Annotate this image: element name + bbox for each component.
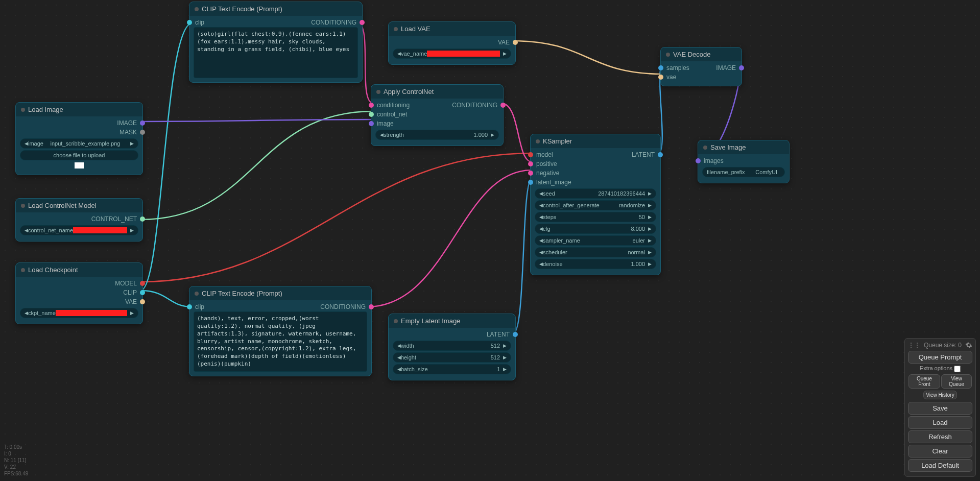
- prev-icon[interactable]: ◀: [539, 191, 543, 196]
- node-clip-text-encode-negative[interactable]: CLIP Text Encode (Prompt) clipCONDITIONI…: [189, 286, 372, 376]
- port-latent-in[interactable]: [528, 180, 533, 185]
- collapse-icon[interactable]: [536, 139, 540, 143]
- next-icon[interactable]: ▶: [503, 343, 507, 348]
- next-icon[interactable]: ▶: [503, 51, 507, 56]
- port-negative-in[interactable]: [528, 171, 533, 176]
- height-widget[interactable]: ◀height512▶: [393, 352, 511, 363]
- node-header[interactable]: Save Image: [698, 140, 789, 154]
- prompt-textarea[interactable]: (solo)girl(flat chest:0.9),(fennec ears:…: [194, 27, 358, 78]
- port-mask-out[interactable]: [140, 130, 145, 135]
- batch-size-widget[interactable]: ◀batch_size1▶: [393, 364, 511, 374]
- port-controlnet-in[interactable]: [369, 112, 374, 117]
- collapse-icon[interactable]: [21, 268, 25, 272]
- next-icon[interactable]: ▶: [130, 310, 134, 316]
- prev-icon[interactable]: ◀: [539, 203, 543, 208]
- port-latent-out[interactable]: [658, 152, 663, 157]
- view-history-button[interactable]: View History: [923, 391, 957, 399]
- port-vae-in[interactable]: [658, 75, 663, 80]
- steps-widget[interactable]: ◀steps50▶: [535, 212, 656, 222]
- node-load-vae[interactable]: Load VAE VAE ◀vae_name▶: [388, 21, 516, 65]
- sampler-name-widget[interactable]: ◀sampler_nameeuler▶: [535, 235, 656, 246]
- next-icon[interactable]: ▶: [648, 261, 652, 267]
- port-latent-out[interactable]: [513, 332, 518, 337]
- node-header[interactable]: KSampler: [531, 134, 660, 148]
- control-after-generate-widget[interactable]: ◀control_after_generaterandomize▶: [535, 200, 656, 210]
- port-clip-in[interactable]: [187, 20, 192, 25]
- port-clip-in[interactable]: [187, 304, 192, 309]
- drag-handle-icon[interactable]: ⋮⋮: [908, 342, 920, 349]
- node-vae-decode[interactable]: VAE Decode samplesIMAGE vae: [660, 47, 742, 86]
- node-load-checkpoint[interactable]: Load Checkpoint MODEL CLIP VAE ◀ckpt_nam…: [15, 262, 143, 324]
- node-load-image[interactable]: Load Image IMAGE MASK ◀imageinput_scribb…: [15, 102, 143, 175]
- port-model-out[interactable]: [140, 281, 145, 286]
- vae-name-select[interactable]: ◀vae_name▶: [393, 49, 511, 59]
- prompt-textarea[interactable]: (hands), text, error, cropped,(worst qua…: [194, 311, 367, 372]
- port-image-in[interactable]: [369, 121, 374, 126]
- node-header[interactable]: VAE Decode: [661, 47, 742, 61]
- extra-options-checkbox[interactable]: [954, 366, 961, 372]
- node-header[interactable]: Empty Latent Image: [389, 314, 515, 328]
- prev-icon[interactable]: ◀: [397, 355, 401, 360]
- next-icon[interactable]: ▶: [503, 367, 507, 372]
- scheduler-widget[interactable]: ◀schedulernormal▶: [535, 247, 656, 257]
- collapse-icon[interactable]: [376, 90, 380, 94]
- prev-icon[interactable]: ◀: [539, 261, 543, 267]
- next-icon[interactable]: ▶: [130, 228, 134, 233]
- node-header[interactable]: Load ControlNet Model: [16, 199, 142, 212]
- control-panel[interactable]: ⋮⋮ Queue size: 0 Queue Prompt Extra opti…: [904, 338, 976, 477]
- queue-prompt-button[interactable]: Queue Prompt: [908, 351, 972, 364]
- node-header[interactable]: Load Image: [16, 103, 142, 116]
- node-save-image[interactable]: Save Image images filename_prefixComfyUI: [698, 140, 790, 183]
- collapse-icon[interactable]: [666, 53, 670, 57]
- next-icon[interactable]: ▶: [648, 214, 652, 220]
- ckpt-name-select[interactable]: ◀ckpt_name▶: [20, 308, 138, 318]
- port-images-in[interactable]: [696, 158, 701, 163]
- node-header[interactable]: CLIP Text Encode (Prompt): [189, 2, 362, 16]
- collapse-icon[interactable]: [394, 319, 398, 323]
- next-icon[interactable]: ▶: [648, 191, 652, 196]
- collapse-icon[interactable]: [195, 7, 199, 11]
- next-icon[interactable]: ▶: [648, 250, 652, 255]
- prev-icon[interactable]: ◀: [397, 343, 401, 348]
- port-conditioning-out[interactable]: [360, 20, 365, 25]
- port-samples-in[interactable]: [658, 65, 663, 70]
- node-clip-text-encode-positive[interactable]: CLIP Text Encode (Prompt) clipCONDITIONI…: [189, 2, 363, 83]
- next-icon[interactable]: ▶: [648, 203, 652, 208]
- node-ksampler[interactable]: KSampler modelLATENT positive negative l…: [530, 134, 661, 275]
- next-icon[interactable]: ▶: [491, 132, 494, 137]
- prev-icon[interactable]: ◀: [397, 367, 401, 372]
- upload-button[interactable]: choose file to upload: [20, 150, 138, 160]
- port-model-in[interactable]: [528, 152, 533, 157]
- prev-icon[interactable]: ◀: [539, 250, 543, 255]
- prev-icon[interactable]: ◀: [25, 141, 28, 146]
- collapse-icon[interactable]: [703, 146, 707, 150]
- node-apply-controlnet[interactable]: Apply ControlNet conditioningCONDITIONIN…: [371, 84, 504, 146]
- next-icon[interactable]: ▶: [130, 141, 134, 146]
- prev-icon[interactable]: ◀: [380, 132, 384, 137]
- load-default-button[interactable]: Load Default: [908, 459, 972, 472]
- collapse-icon[interactable]: [394, 27, 398, 31]
- width-widget[interactable]: ◀width512▶: [393, 341, 511, 351]
- port-image-out[interactable]: [739, 65, 744, 70]
- refresh-button[interactable]: Refresh: [908, 430, 972, 443]
- cfg-widget[interactable]: ◀cfg8.000▶: [535, 224, 656, 234]
- load-button[interactable]: Load: [908, 416, 972, 429]
- port-image-out[interactable]: [140, 121, 145, 126]
- prev-icon[interactable]: ◀: [25, 310, 28, 316]
- image-select[interactable]: ◀imageinput_scribble_example.png▶: [20, 138, 138, 149]
- prev-icon[interactable]: ◀: [539, 214, 543, 220]
- gear-icon[interactable]: [965, 342, 972, 349]
- node-load-controlnet[interactable]: Load ControlNet Model CONTROL_NET ◀contr…: [15, 198, 143, 242]
- next-icon[interactable]: ▶: [648, 226, 652, 231]
- next-icon[interactable]: ▶: [648, 238, 652, 243]
- port-vae-out[interactable]: [513, 40, 518, 45]
- save-button[interactable]: Save: [908, 402, 972, 415]
- next-icon[interactable]: ▶: [503, 355, 507, 360]
- filename-prefix-widget[interactable]: filename_prefixComfyUI: [702, 167, 785, 177]
- seed-widget[interactable]: ◀seed287410182396444▶: [535, 188, 656, 199]
- clear-button[interactable]: Clear: [908, 445, 972, 458]
- collapse-icon[interactable]: [21, 108, 25, 112]
- node-header[interactable]: Load VAE: [389, 22, 515, 36]
- prev-icon[interactable]: ◀: [25, 228, 28, 233]
- denoise-widget[interactable]: ◀denoise1.000▶: [535, 259, 656, 269]
